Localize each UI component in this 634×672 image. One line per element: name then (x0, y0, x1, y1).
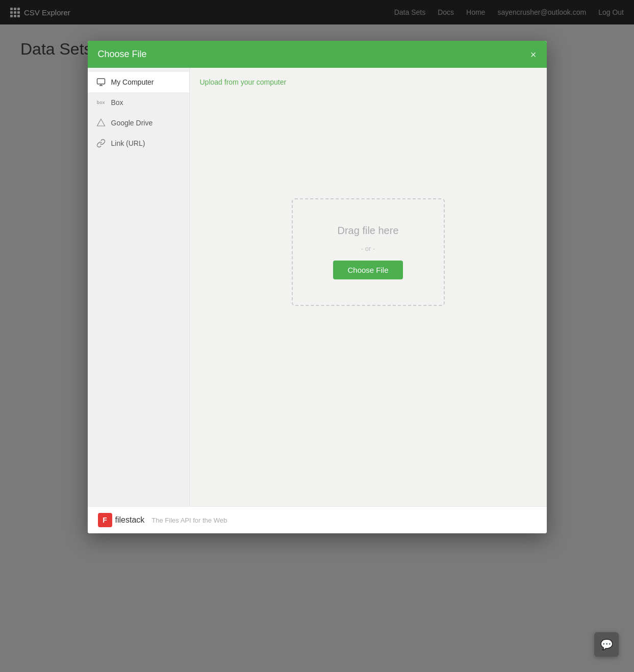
sidebar-item-link-url[interactable]: Link (URL) (88, 133, 189, 153)
svg-rect-0 (97, 79, 105, 84)
upload-from-computer-label[interactable]: Upload from your computer (200, 78, 287, 86)
modal-sidebar: My Computer box Box (88, 68, 190, 506)
modal-body: My Computer box Box (88, 68, 547, 506)
filestack-tagline: The Files API for the Web (151, 516, 227, 524)
box-icon: box (96, 97, 106, 108)
filestack-logo-icon: F (98, 513, 112, 527)
filestack-logo: F filestack (98, 513, 145, 527)
sidebar-label-box: Box (111, 98, 123, 107)
chat-button[interactable]: 💬 (594, 632, 619, 657)
link-icon (96, 138, 106, 148)
monitor-icon (96, 77, 106, 87)
drop-zone[interactable]: Drag file here - or - Choose File (292, 198, 445, 306)
svg-text:box: box (96, 100, 105, 105)
choose-file-modal: Choose File × My Computer (88, 41, 547, 533)
svg-marker-4 (97, 119, 105, 126)
modal-footer: F filestack The Files API for the Web (88, 506, 547, 533)
drag-file-text: Drag file here (337, 225, 398, 237)
sidebar-label-my-computer: My Computer (111, 78, 154, 86)
sidebar-item-google-drive[interactable]: Google Drive (88, 113, 189, 133)
sidebar-label-google-drive: Google Drive (111, 119, 153, 127)
modal-header: Choose File × (88, 41, 547, 68)
modal-close-button[interactable]: × (530, 49, 537, 60)
choose-file-button[interactable]: Choose File (333, 261, 402, 279)
google-drive-icon (96, 118, 106, 128)
sidebar-item-box[interactable]: box Box (88, 92, 189, 113)
modal-title: Choose File (98, 49, 147, 60)
sidebar-label-link-url: Link (URL) (111, 139, 145, 147)
chat-bubble-icon: 💬 (600, 638, 613, 651)
filestack-brand-name: filestack (115, 515, 145, 525)
modal-content-area: Upload from your computer Drag file here… (190, 68, 547, 506)
or-separator: - or - (361, 245, 375, 252)
sidebar-item-my-computer[interactable]: My Computer (88, 72, 189, 92)
modal-overlay: Choose File × My Computer (0, 0, 634, 672)
